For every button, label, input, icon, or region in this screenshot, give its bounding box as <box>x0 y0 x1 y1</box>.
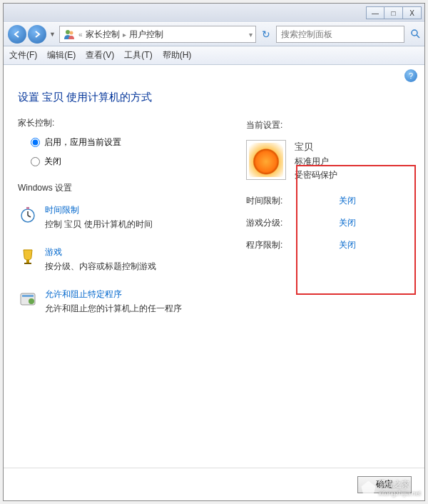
status-val-programs[interactable]: 关闭 <box>339 239 356 251</box>
navigation-bar: ▼ « 家长控制 ▸ 用户控制 ▾ ↻ 搜索控制面板 <box>4 22 424 46</box>
status-val-games[interactable]: 关闭 <box>339 217 356 229</box>
titlebar: — □ X <box>4 4 424 22</box>
svg-point-2 <box>412 30 417 36</box>
svg-rect-11 <box>22 295 34 297</box>
status-row-games: 游戏分级: 关闭 <box>246 217 396 229</box>
back-button[interactable] <box>8 25 26 44</box>
user-block: 宝贝 标准用户 受密码保护 <box>246 140 396 182</box>
menu-view[interactable]: 查看(V) <box>86 49 114 61</box>
program-icon <box>18 288 38 308</box>
games-link[interactable]: 游戏 <box>45 246 156 258</box>
content-area: ? 设置 宝贝 使用计算机的方式 家长控制: 启用，应用当前设置 关闭 Wind… <box>4 65 424 468</box>
maximize-button[interactable]: □ <box>384 6 403 19</box>
nav-history-dropdown[interactable]: ▼ <box>49 31 56 38</box>
window-frame: — □ X ▼ « 家长控制 ▸ 用户控制 ▾ ↻ 搜索控制面板 <box>3 3 425 501</box>
time-limits-link[interactable]: 时间限制 <box>45 204 153 216</box>
people-icon <box>63 28 76 41</box>
menu-help[interactable]: 帮助(H) <box>163 49 192 61</box>
radio-disable-label: 关闭 <box>44 156 61 168</box>
games-desc: 按分级、内容或标题控制游戏 <box>45 261 156 273</box>
svg-rect-8 <box>26 260 29 263</box>
svg-line-3 <box>417 35 419 38</box>
chevron-right-icon: ▸ <box>123 31 126 39</box>
setting-programs: 允许和阻止特定程序 允许和阻止您的计算机上的任一程序 <box>18 288 410 315</box>
svg-point-12 <box>29 298 34 304</box>
status-row-programs: 程序限制: 关闭 <box>246 239 396 251</box>
radio-disable-input[interactable] <box>31 157 40 166</box>
right-panel: 当前设置: 宝贝 标准用户 受密码保护 时间限制: 关闭 <box>246 119 396 261</box>
page-title: 设置 宝贝 使用计算机的方式 <box>18 91 410 104</box>
user-name: 宝贝 <box>295 140 337 155</box>
programs-desc: 允许和阻止您的计算机上的任一程序 <box>45 303 182 315</box>
search-placeholder: 搜索控制面板 <box>281 29 399 41</box>
trophy-icon <box>18 246 38 266</box>
help-icon[interactable]: ? <box>404 69 417 82</box>
status-val-time[interactable]: 关闭 <box>339 195 356 207</box>
clock-icon <box>18 204 38 224</box>
breadcrumb-separator: « <box>78 31 83 39</box>
search-input[interactable]: 搜索控制面板 <box>276 26 404 43</box>
refresh-button[interactable]: ↻ <box>259 29 273 40</box>
avatar-image <box>249 143 283 177</box>
svg-point-0 <box>66 30 70 34</box>
status-key-time: 时间限制: <box>246 195 339 207</box>
minimize-button[interactable]: — <box>366 6 384 19</box>
menu-edit[interactable]: 编辑(E) <box>47 49 76 61</box>
user-protection: 受密码保护 <box>295 168 337 182</box>
status-table: 时间限制: 关闭 游戏分级: 关闭 程序限制: 关闭 <box>246 195 396 251</box>
breadcrumb-dropdown[interactable]: ▾ <box>249 31 253 39</box>
status-key-games: 游戏分级: <box>246 217 339 229</box>
current-settings-label: 当前设置: <box>246 119 396 131</box>
breadcrumb-item-user[interactable]: 用户控制 <box>129 29 163 41</box>
radio-enable-label: 启用，应用当前设置 <box>44 136 121 148</box>
menu-file[interactable]: 文件(F) <box>9 49 37 61</box>
time-limits-desc: 控制 宝贝 使用计算机的时间 <box>45 218 153 231</box>
search-icon[interactable] <box>410 29 420 41</box>
svg-rect-9 <box>24 263 31 264</box>
user-type: 标准用户 <box>295 155 337 168</box>
status-key-programs: 程序限制: <box>246 239 339 251</box>
close-button[interactable]: X <box>403 6 422 19</box>
svg-point-1 <box>70 31 73 35</box>
menu-tools[interactable]: 工具(T) <box>124 49 152 61</box>
breadcrumb[interactable]: « 家长控制 ▸ 用户控制 ▾ <box>59 26 256 43</box>
ok-button[interactable]: 确定 <box>357 476 412 493</box>
footer: 确定 <box>4 468 424 500</box>
radio-enable-input[interactable] <box>31 138 40 147</box>
avatar <box>246 140 286 180</box>
forward-button[interactable] <box>28 25 46 44</box>
svg-rect-5 <box>26 207 29 209</box>
breadcrumb-item-parental[interactable]: 家长控制 <box>86 29 120 41</box>
menu-bar: 文件(F) 编辑(E) 查看(V) 工具(T) 帮助(H) <box>4 46 424 65</box>
status-row-time: 时间限制: 关闭 <box>246 195 396 207</box>
programs-link[interactable]: 允许和阻止特定程序 <box>45 288 182 301</box>
